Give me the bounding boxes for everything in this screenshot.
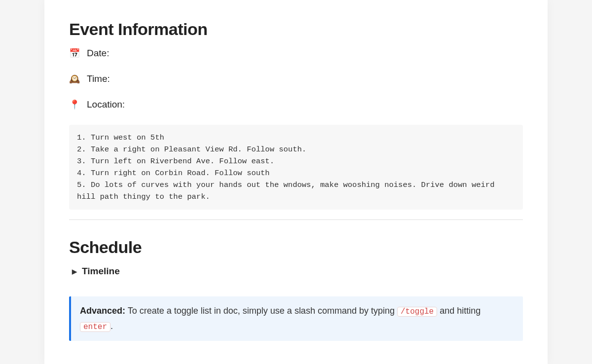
calendar-icon: 📅 xyxy=(69,48,80,59)
date-label: Date: xyxy=(87,48,109,59)
date-row: 📅 Date: xyxy=(69,48,523,59)
caret-right-icon: ▶ xyxy=(72,268,77,275)
timeline-toggle-label: Timeline xyxy=(82,266,120,277)
document-page: Event Information 📅 Date: 🕰️ Time: 📍 Loc… xyxy=(44,0,548,364)
callout-prefix: Advanced: xyxy=(80,306,125,316)
section-divider xyxy=(69,219,523,220)
clock-icon: 🕰️ xyxy=(69,73,80,84)
directions-code-block: 1. Turn west on 5th 2. Take a right on P… xyxy=(69,125,523,210)
event-info-heading: Event Information xyxy=(69,20,523,39)
location-row: 📍 Location: xyxy=(69,99,523,110)
callout-text-3: . xyxy=(111,321,113,331)
timeline-toggle[interactable]: ▶ Timeline xyxy=(69,266,523,277)
inline-code-toggle: /toggle xyxy=(397,307,437,317)
location-label: Location: xyxy=(87,99,125,110)
inline-code-enter: enter xyxy=(80,322,111,332)
schedule-heading: Schedule xyxy=(69,238,523,257)
callout-text-2: and hitting xyxy=(437,306,481,316)
callout-text-1: To create a toggle list in doc, simply u… xyxy=(125,306,397,316)
time-row: 🕰️ Time: xyxy=(69,73,523,84)
advanced-callout: Advanced: To create a toggle list in doc… xyxy=(69,296,523,341)
pin-icon: 📍 xyxy=(69,99,80,110)
time-label: Time: xyxy=(87,73,110,84)
